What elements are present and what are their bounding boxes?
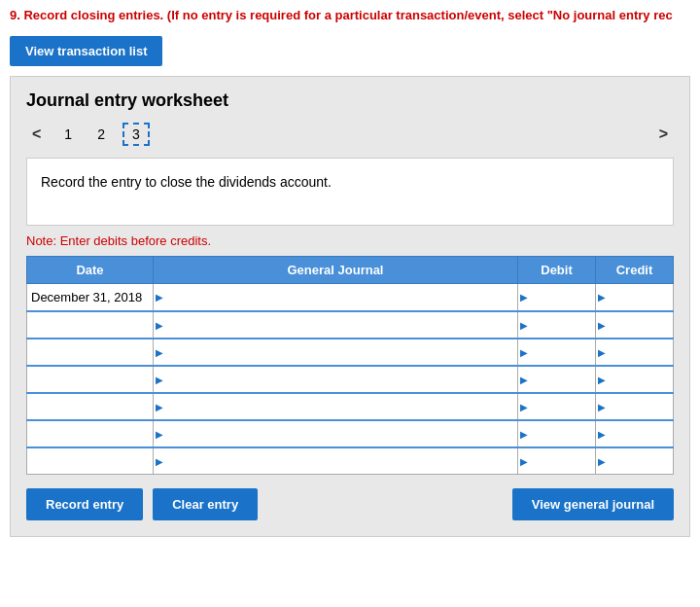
credit-input[interactable] [596, 394, 673, 419]
debit-header: Debit [518, 257, 596, 284]
page-2[interactable]: 2 [89, 125, 113, 144]
page-3[interactable]: 3 [122, 123, 150, 146]
credit-cell [596, 393, 674, 420]
journal-cell [154, 366, 518, 393]
journal-cell [154, 447, 518, 475]
record-entry-button[interactable]: Record entry [26, 488, 143, 520]
debit-input[interactable] [518, 394, 595, 419]
instruction-static: Record closing entries. [23, 8, 166, 22]
credit-input[interactable] [596, 448, 673, 475]
instruction-box: Record the entry to close the dividends … [26, 158, 674, 226]
date-input[interactable] [27, 284, 153, 310]
prev-page-arrow[interactable]: < [26, 124, 47, 145]
debit-input[interactable] [518, 339, 595, 365]
debit-input[interactable] [518, 312, 595, 338]
credit-cell [596, 311, 674, 339]
table-header-row: Date General Journal Debit Credit [27, 257, 674, 284]
debit-input[interactable] [518, 284, 595, 310]
worksheet-container: Journal entry worksheet < 1 2 3 > Record… [10, 76, 690, 537]
date-input[interactable] [27, 339, 153, 365]
credit-cell [596, 284, 674, 311]
date-cell [27, 420, 154, 447]
journal-input[interactable] [154, 448, 517, 475]
buttons-row: Record entry Clear entry View general jo… [26, 488, 674, 520]
table-row [27, 420, 674, 447]
top-instruction: 9. Record closing entries. (If no entry … [0, 0, 700, 30]
debit-cell [518, 284, 596, 311]
credit-header: Credit [596, 257, 674, 284]
credit-cell [596, 366, 674, 393]
journal-table: Date General Journal Debit Credit [26, 256, 674, 475]
credit-input[interactable] [596, 367, 673, 392]
debit-input[interactable] [518, 367, 595, 392]
next-page-arrow[interactable]: > [653, 124, 674, 145]
instruction-number: 9. [10, 8, 20, 22]
table-row [27, 393, 674, 420]
date-input[interactable] [27, 394, 153, 419]
date-header: Date [27, 257, 154, 284]
debit-input[interactable] [518, 448, 595, 475]
debit-cell [518, 311, 596, 339]
journal-input[interactable] [154, 421, 517, 446]
view-transaction-button[interactable]: View transaction list [10, 36, 162, 66]
credit-input[interactable] [596, 421, 673, 446]
journal-input[interactable] [154, 284, 517, 310]
journal-cell [154, 284, 518, 311]
date-cell [27, 311, 154, 339]
credit-input[interactable] [596, 284, 673, 310]
debit-input[interactable] [518, 421, 595, 446]
journal-cell [154, 393, 518, 420]
journal-cell [154, 339, 518, 366]
journal-input[interactable] [154, 394, 517, 419]
date-input[interactable] [27, 421, 153, 446]
date-cell [27, 447, 154, 475]
date-input[interactable] [27, 312, 153, 338]
table-row [27, 447, 674, 475]
journal-cell [154, 420, 518, 447]
table-row [27, 311, 674, 339]
date-cell [27, 393, 154, 420]
clear-entry-button[interactable]: Clear entry [153, 488, 258, 520]
credit-cell [596, 420, 674, 447]
journal-cell [154, 311, 518, 339]
worksheet-title: Journal entry worksheet [26, 90, 674, 111]
date-cell [27, 366, 154, 393]
pagination: < 1 2 3 > [26, 123, 674, 146]
journal-header: General Journal [154, 257, 518, 284]
debit-cell [518, 420, 596, 447]
instruction-conditional: (If no entry is required for a particula… [167, 8, 673, 22]
table-row [27, 284, 674, 311]
credit-cell [596, 447, 674, 475]
journal-input[interactable] [154, 339, 517, 365]
note-text: Note: Enter debits before credits. [26, 233, 674, 248]
view-general-journal-button[interactable]: View general journal [512, 488, 674, 520]
table-row [27, 339, 674, 366]
debit-cell [518, 393, 596, 420]
credit-cell [596, 339, 674, 366]
debit-cell [518, 339, 596, 366]
debit-cell [518, 366, 596, 393]
journal-input[interactable] [154, 367, 517, 392]
credit-input[interactable] [596, 339, 673, 365]
credit-input[interactable] [596, 312, 673, 338]
journal-input[interactable] [154, 312, 517, 338]
table-row [27, 366, 674, 393]
date-cell [27, 339, 154, 366]
page-1[interactable]: 1 [56, 125, 80, 144]
debit-cell [518, 447, 596, 475]
date-input[interactable] [27, 448, 153, 475]
entry-instruction-text: Record the entry to close the dividends … [41, 174, 332, 190]
date-cell [27, 284, 154, 311]
date-input[interactable] [27, 367, 153, 392]
